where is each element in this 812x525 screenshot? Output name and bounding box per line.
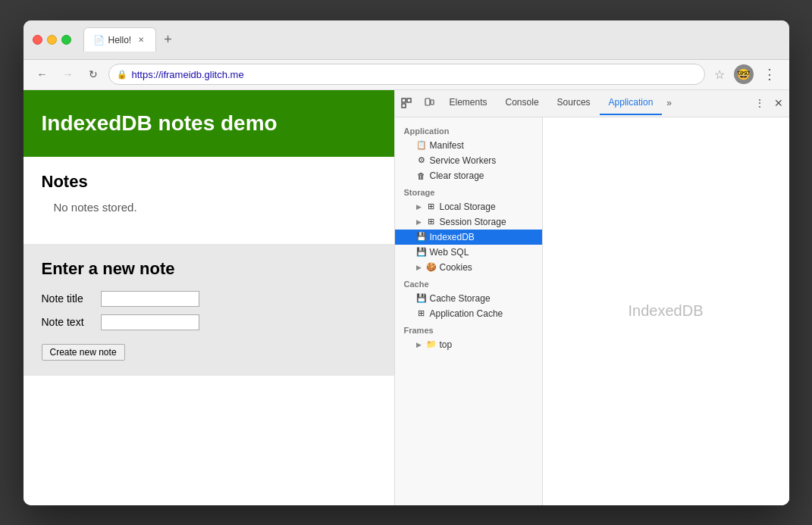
- sidebar-item-label: Session Storage: [440, 217, 506, 227]
- svg-rect-2: [402, 104, 406, 108]
- devtools-close-button[interactable]: ✕: [768, 92, 789, 114]
- svg-rect-0: [402, 98, 406, 102]
- devtools-panel: Elements Console Sources Application » ⋮…: [395, 90, 789, 505]
- refresh-button[interactable]: ↻: [84, 65, 102, 83]
- sidebar-item-label: Cache Storage: [430, 293, 491, 304]
- sidebar-item-session-storage[interactable]: ▶ ⊞ Session Storage: [395, 214, 542, 230]
- expand-icon: ▶: [416, 218, 422, 226]
- tab-elements[interactable]: Elements: [440, 91, 497, 115]
- sidebar-item-label: Cookies: [440, 262, 472, 273]
- forward-button[interactable]: →: [58, 65, 78, 83]
- expand-icon: ▶: [416, 341, 422, 348]
- note-title-row: Note title: [42, 291, 376, 307]
- title-bar: 📄 Hello! ✕ +: [24, 20, 789, 60]
- sidebar-item-label: IndexedDB: [430, 232, 475, 242]
- note-text-row: Note text: [42, 314, 376, 330]
- tab-favicon-icon: 📄: [93, 35, 104, 45]
- sidebar-item-top[interactable]: ▶ 📁 top: [395, 337, 542, 352]
- sidebar-item-label: Clear storage: [430, 170, 484, 181]
- sidebar-item-cache-storage[interactable]: 💾 Cache Storage: [395, 291, 542, 306]
- devtools-device-button[interactable]: [418, 93, 440, 113]
- tab-bar: 📄 Hello! ✕ +: [83, 27, 177, 52]
- devtools-sidebar: Application 📋 Manifest ⚙ Service Workers…: [395, 117, 543, 505]
- svg-rect-1: [407, 98, 411, 102]
- sidebar-item-label: top: [440, 339, 453, 350]
- clear-storage-icon: 🗑: [416, 171, 427, 180]
- svg-rect-3: [425, 98, 430, 105]
- sidebar-section-application: Application: [395, 122, 542, 138]
- note-text-label: Note text: [42, 316, 95, 328]
- devtools-tabs: Elements Console Sources Application »: [440, 91, 751, 115]
- web-sql-icon: 💾: [416, 247, 427, 257]
- notes-heading: Notes: [42, 172, 376, 192]
- no-notes-text: No notes stored.: [54, 201, 376, 214]
- sidebar-item-cookies[interactable]: ▶ 🍪 Cookies: [395, 260, 542, 275]
- sidebar-section-cache: Cache: [395, 275, 542, 291]
- svg-rect-4: [431, 100, 434, 105]
- sidebar-item-label: Application Cache: [430, 308, 503, 319]
- devtools-content-pane: IndexedDB: [543, 117, 789, 505]
- bookmark-button[interactable]: ☆: [711, 64, 728, 85]
- maximize-window-button[interactable]: [61, 35, 71, 45]
- devtools-inspect-button[interactable]: [395, 93, 418, 113]
- devtools-body: Application 📋 Manifest ⚙ Service Workers…: [395, 117, 789, 505]
- sidebar-section-frames: Frames: [395, 321, 542, 337]
- sidebar-item-manifest[interactable]: 📋 Manifest: [395, 138, 542, 153]
- devtools-options-button[interactable]: ⋮: [751, 92, 768, 114]
- sidebar-item-indexeddb[interactable]: 💾 IndexedDB: [395, 230, 542, 245]
- traffic-lights: [33, 35, 71, 45]
- sidebar-item-label: Web SQL: [430, 247, 469, 258]
- lock-icon: 🔒: [117, 70, 127, 80]
- sidebar-item-web-sql[interactable]: 💾 Web SQL: [395, 245, 542, 260]
- frame-icon: 📁: [426, 339, 437, 349]
- profile-button[interactable]: 🤓: [734, 64, 754, 84]
- cookies-icon: 🍪: [426, 262, 437, 272]
- expand-icon: ▶: [416, 264, 422, 271]
- new-tab-button[interactable]: +: [159, 33, 177, 46]
- note-title-label: Note title: [42, 292, 95, 305]
- tab-application[interactable]: Application: [600, 91, 663, 115]
- note-title-input[interactable]: [101, 291, 199, 307]
- cache-storage-icon: 💾: [416, 293, 427, 303]
- page-header: IndexedDB notes demo: [24, 90, 394, 157]
- browser-menu-button[interactable]: ⋮: [760, 63, 780, 86]
- manifest-icon: 📋: [416, 140, 427, 150]
- sidebar-item-label: Service Workers: [430, 155, 497, 166]
- indexeddb-icon: 💾: [416, 232, 427, 242]
- application-cache-icon: ⊞: [416, 308, 427, 318]
- sidebar-item-service-workers[interactable]: ⚙ Service Workers: [395, 153, 542, 168]
- webpage: IndexedDB notes demo Notes No notes stor…: [24, 90, 395, 505]
- note-text-input[interactable]: [101, 314, 199, 330]
- session-storage-icon: ⊞: [426, 217, 437, 227]
- enter-note-heading: Enter a new note: [42, 259, 376, 279]
- devtools-toolbar: Elements Console Sources Application » ⋮…: [395, 90, 789, 117]
- tab-sources[interactable]: Sources: [548, 91, 600, 115]
- sidebar-item-local-storage[interactable]: ▶ ⊞ Local Storage: [395, 199, 542, 214]
- tab-close-button[interactable]: ✕: [136, 35, 146, 45]
- tab-console[interactable]: Console: [497, 91, 548, 115]
- page-title: IndexedDB notes demo: [42, 111, 376, 136]
- sidebar-section-storage: Storage: [395, 183, 542, 199]
- device-icon: [424, 98, 434, 108]
- page-body: Notes No notes stored.: [24, 157, 394, 229]
- service-workers-icon: ⚙: [416, 155, 427, 165]
- browser-tab[interactable]: 📄 Hello! ✕: [83, 27, 157, 52]
- profile-emoji: 🤓: [737, 68, 750, 80]
- sidebar-item-clear-storage[interactable]: 🗑 Clear storage: [395, 168, 542, 183]
- nav-bar: ← → ↻ 🔒 https://iframeidb.glitch.me ☆ 🤓 …: [24, 60, 789, 90]
- expand-icon: ▶: [416, 203, 422, 211]
- minimize-window-button[interactable]: [47, 35, 57, 45]
- tab-title: Hello!: [108, 35, 132, 45]
- back-button[interactable]: ←: [33, 65, 52, 83]
- enter-note-section: Enter a new note Note title Note text Cr…: [24, 244, 394, 376]
- url-text: https://iframeidb.glitch.me: [132, 69, 244, 80]
- local-storage-icon: ⊞: [426, 202, 437, 211]
- address-bar[interactable]: 🔒 https://iframeidb.glitch.me: [108, 64, 705, 85]
- devtools-more-tabs-button[interactable]: »: [662, 93, 676, 113]
- sidebar-item-application-cache[interactable]: ⊞ Application Cache: [395, 306, 542, 321]
- sidebar-item-label: Manifest: [430, 140, 464, 151]
- close-window-button[interactable]: [33, 35, 42, 45]
- create-note-button[interactable]: Create new note: [42, 344, 125, 361]
- notes-section: Notes No notes stored.: [42, 172, 376, 214]
- browser-window: 📄 Hello! ✕ + ← → ↻ 🔒 https://iframeidb.g…: [24, 20, 789, 505]
